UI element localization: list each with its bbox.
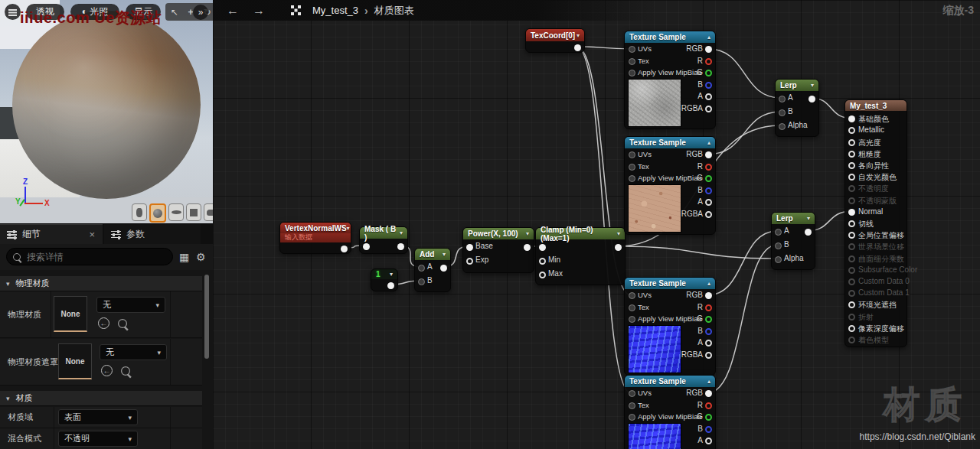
output-pin-RGB[interactable] [705, 292, 712, 299]
physical-material-dropdown[interactable]: 无 ▾ [96, 297, 165, 313]
asset-thumbnail[interactable]: None [58, 343, 92, 379]
input-pin-UVs[interactable] [629, 390, 635, 397]
input-pin-Max[interactable] [539, 272, 546, 278]
chevron-up-icon[interactable]: ▴ [707, 34, 710, 41]
output-pin-B[interactable] [705, 187, 712, 194]
section-physical-material[interactable]: ▾ 物理材质 [0, 276, 202, 291]
output-pin-A[interactable] [705, 438, 712, 444]
output-pin-R[interactable] [705, 402, 712, 409]
input-pin-着色模型[interactable] [848, 337, 855, 343]
forward-arrow-icon[interactable]: → [253, 4, 265, 18]
output-pin[interactable] [615, 244, 622, 251]
node-header[interactable]: Texture Sample▴ [625, 31, 715, 43]
chevron-down-icon[interactable]: ▾ [617, 230, 620, 237]
input-pin-切线[interactable] [848, 220, 855, 227]
output-pin-A[interactable] [705, 93, 712, 100]
search-input[interactable] [25, 251, 151, 263]
node-header[interactable]: My_test_3 [845, 100, 906, 111]
breadcrumb-current[interactable]: 材质图表 [374, 4, 414, 18]
output-pin-B[interactable] [705, 426, 712, 433]
output-pin-RGBA[interactable] [705, 106, 712, 112]
output-pin-RGB[interactable] [705, 151, 712, 158]
input-pin-环境光遮挡[interactable] [848, 301, 855, 308]
input-pin-高光度[interactable] [848, 139, 855, 146]
node-mask[interactable]: Mask ( B )▾ [359, 226, 408, 254]
node-ts1[interactable]: Texture Sample▴UVsTexApply View MipBiasR… [624, 31, 716, 129]
back-arrow-icon[interactable]: ← [227, 4, 239, 18]
input-pin-in[interactable] [363, 243, 370, 250]
input-pin-自发光颜色[interactable] [848, 174, 855, 181]
node-out[interactable]: My_test_3基础颜色Metallic高光度粗糙度各向异性自发光颜色不透明度… [844, 99, 907, 347]
input-pin-Min[interactable] [539, 258, 546, 265]
texture-preview[interactable] [628, 423, 681, 449]
node-header[interactable]: VertexNormalWS▾ [280, 223, 351, 233]
preview-viewport[interactable]: 透视 ◐ 光照 显示 ↖ + ↻ » iiiue.com Ue资源站 Z X Y [0, 0, 213, 223]
node-power[interactable]: Power(X, 100)▾BaseExp [462, 227, 534, 273]
input-pin-Custom Data 1[interactable] [848, 290, 855, 297]
node-header[interactable]: Power(X, 100)▾ [463, 228, 534, 239]
output-pin-B[interactable] [705, 328, 712, 335]
output-pin-G[interactable] [705, 175, 712, 182]
breadcrumb-title[interactable]: My_test_3 [312, 5, 358, 16]
chevron-down-icon[interactable]: ▾ [400, 229, 403, 236]
shape-cylinder-button[interactable] [132, 203, 147, 221]
input-pin-Alpha[interactable] [779, 123, 786, 130]
blend-mode-dropdown[interactable]: 不透明 ▾ [58, 431, 138, 447]
shape-teapot-button[interactable] [204, 203, 213, 221]
node-header[interactable]: Texture Sample▴ [625, 137, 715, 148]
node-vnws[interactable]: VertexNormalWS▾输入数据 [279, 222, 351, 254]
node-header[interactable]: Texture Sample▴ [625, 376, 715, 387]
use-selected-icon[interactable]: ← [101, 365, 113, 376]
output-pin-R[interactable] [705, 304, 712, 311]
input-pin-UVs[interactable] [629, 292, 635, 299]
grid-view-icon[interactable]: ▦ [179, 250, 189, 264]
chevron-down-icon[interactable]: ▾ [390, 271, 393, 278]
viewport-menu-button[interactable] [5, 4, 21, 20]
output-pin[interactable] [341, 246, 348, 252]
output-pin-B[interactable] [705, 82, 712, 89]
chevron-down-icon[interactable]: ▾ [443, 251, 446, 258]
chevron-down-icon[interactable]: ▾ [347, 225, 350, 232]
input-pin-曲面细分乘数[interactable] [848, 255, 855, 262]
node-lerp2[interactable]: Lerp▾ABAlpha [771, 212, 815, 270]
output-pin-G[interactable] [705, 70, 712, 76]
input-pin-A[interactable] [418, 265, 425, 272]
gear-icon[interactable]: ⚙ [196, 250, 206, 264]
browse-icon[interactable] [118, 319, 127, 328]
close-icon[interactable]: × [89, 229, 95, 240]
node-header[interactable]: Clamp (Min=0) (Max=1)▾ [536, 228, 625, 239]
asset-thumbnail[interactable]: None [54, 296, 87, 332]
output-pin[interactable] [574, 44, 581, 51]
output-pin[interactable] [808, 96, 815, 102]
input-pin-Tex[interactable] [629, 304, 635, 311]
texture-preview[interactable] [628, 325, 681, 373]
chevron-down-icon[interactable]: ▾ [526, 230, 529, 237]
toolbar-expand-button[interactable]: » [193, 5, 208, 20]
texture-preview[interactable] [628, 79, 681, 127]
material-domain-dropdown[interactable]: 表面 ▾ [58, 409, 138, 425]
node-lerp1[interactable]: Lerp▾ABAlpha [775, 79, 819, 137]
search-box[interactable] [6, 248, 173, 265]
output-pin-RGB[interactable] [705, 390, 712, 397]
input-pin-B[interactable] [418, 278, 425, 285]
chevron-down-icon[interactable]: ▾ [577, 32, 580, 39]
shape-sphere-button[interactable] [149, 203, 166, 223]
input-pin-Metallic[interactable] [848, 127, 855, 134]
output-pin[interactable] [524, 244, 531, 251]
output-pin-G[interactable] [705, 316, 712, 323]
input-pin-Tex[interactable] [629, 402, 635, 409]
node-ts2[interactable]: Texture Sample▴UVsTexApply View MipBiasR… [624, 136, 716, 235]
input-pin-Tex[interactable] [629, 58, 635, 65]
output-pin-RGBA[interactable] [705, 352, 712, 359]
input-pin-in[interactable] [539, 244, 546, 251]
node-const1[interactable]: 1▾ [371, 268, 398, 291]
node-header[interactable]: Lerp▾ [772, 213, 815, 224]
node-header[interactable]: Lerp▾ [776, 80, 818, 91]
input-pin-Apply View MipBias[interactable] [629, 70, 635, 76]
node-header[interactable]: Mask ( B )▾ [360, 227, 407, 239]
input-pin-像素深度偏移[interactable] [848, 325, 855, 332]
input-pin-折射[interactable] [848, 314, 855, 320]
input-pin-Apply View MipBias[interactable] [629, 414, 635, 421]
chevron-up-icon[interactable]: ▴ [707, 280, 710, 287]
output-pin-R[interactable] [705, 164, 712, 171]
